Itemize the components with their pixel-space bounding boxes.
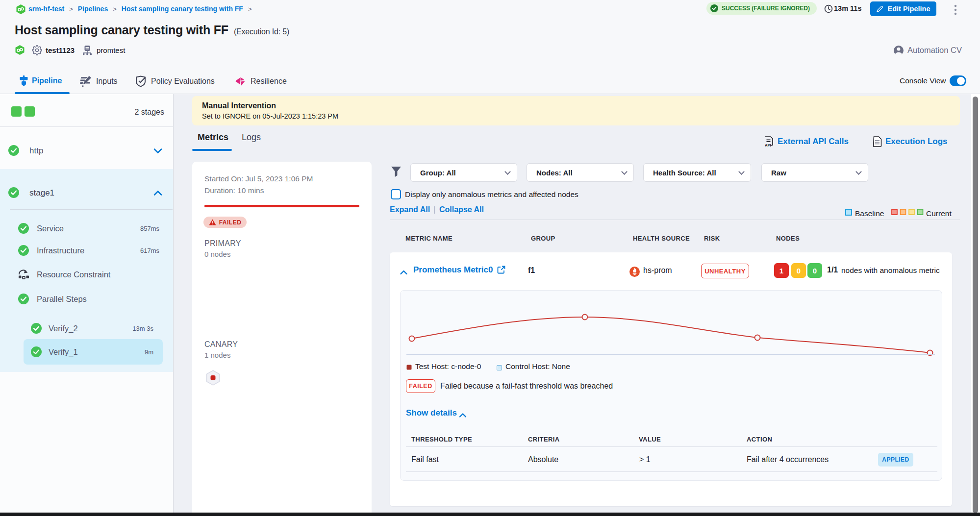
svg-text:API: API: [765, 143, 771, 147]
